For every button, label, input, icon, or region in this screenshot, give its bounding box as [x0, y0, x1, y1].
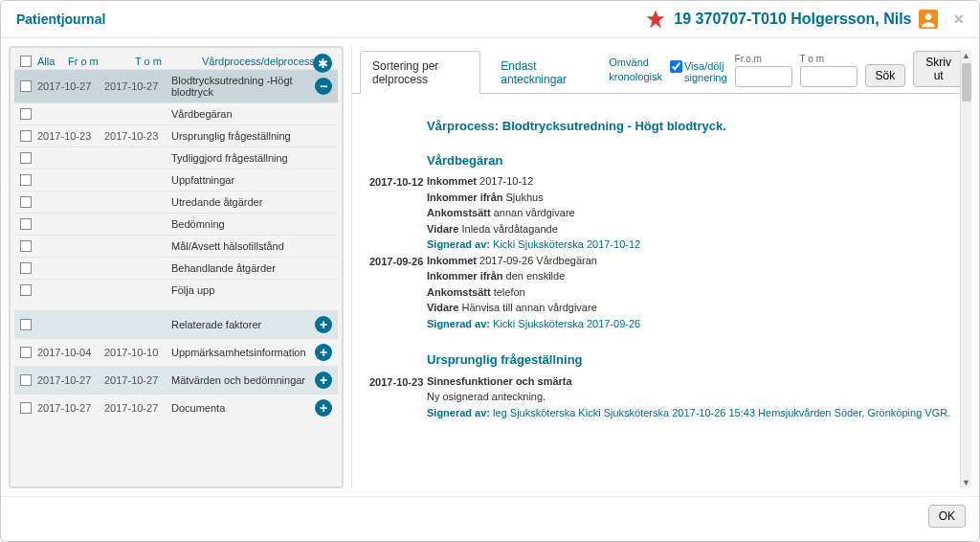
- list-item[interactable]: Behandlande åtgärder: [14, 257, 338, 279]
- row-checkbox[interactable]: [20, 319, 32, 330]
- signed-by-value: Kicki Sjuksköterska 2017-09-26: [493, 318, 640, 329]
- row-checkbox[interactable]: [20, 218, 32, 230]
- journal-entry: 2017-09-26 Inkommet 2017-09-26 Vårdbegär…: [369, 253, 954, 332]
- list-item[interactable]: Utredande åtgärder: [14, 191, 338, 213]
- field-label: Ankomstsätt: [427, 286, 491, 298]
- section-title: Ursprunglig frågeställning: [427, 350, 954, 370]
- list-item[interactable]: 2017-10-27 2017-10-27 Mätvärden och bedö…: [14, 366, 338, 394]
- svg-marker-0: [647, 11, 664, 28]
- row-from: 2017-10-04: [37, 347, 104, 358]
- patient-id: 19 370707-T010 Holgersson, Nils: [674, 11, 911, 28]
- row-to: 2017-10-27: [104, 374, 171, 386]
- row-to: 2017-10-27: [104, 402, 171, 414]
- collapse-icon[interactable]: −: [315, 78, 332, 95]
- row-proc: Behandlande åtgärder: [171, 262, 332, 274]
- col-alla[interactable]: Alla: [37, 56, 68, 67]
- toggle-show-signing[interactable]: Visa/dölj signering: [670, 60, 727, 93]
- row-from: 2017-10-23: [37, 130, 104, 142]
- expand-icon[interactable]: +: [315, 399, 332, 417]
- show-signing-checkbox[interactable]: [670, 60, 682, 73]
- row-proc: Blodtrycksutredning -Högt blodtryck: [171, 75, 315, 98]
- row-proc: Vårdbegäran: [171, 108, 332, 120]
- detail-toolbar: Sortering per delprocess Endast anteckni…: [352, 46, 971, 94]
- field-value: Sjukhus: [506, 192, 544, 203]
- field-value: Ny osignerad anteckning.: [427, 391, 546, 402]
- row-from: 2017-10-27: [37, 374, 104, 386]
- list-item[interactable]: Relaterade faktorer +: [14, 310, 338, 338]
- list-item[interactable]: 2017-10-27 2017-10-27 Blodtrycksutrednin…: [14, 69, 338, 102]
- row-proc: Relaterade faktorer: [171, 319, 315, 330]
- close-icon[interactable]: ×: [953, 10, 964, 30]
- tab-notes-only[interactable]: Endast anteckningar: [488, 51, 593, 94]
- field-label: Sinnesfunktioner och smärta: [427, 375, 572, 387]
- row-proc: Ursprunglig frågeställning: [171, 130, 332, 142]
- signed-by-value: Kicki Sjuksköterska 2017-10-12: [493, 238, 640, 250]
- row-to: 2017-10-23: [104, 130, 171, 142]
- list-item[interactable]: Vårdbegäran: [14, 102, 338, 124]
- entry-date: 2017-10-23: [369, 373, 427, 421]
- signed-by-label: Signerad av:: [427, 238, 490, 250]
- scroll-thumb[interactable]: [962, 63, 971, 102]
- from-date-input[interactable]: [735, 66, 792, 87]
- process-list-header: Alla Fr o m T o m Vårdprocess/delprocess: [14, 52, 338, 69]
- select-all-checkbox[interactable]: [20, 56, 32, 67]
- list-item[interactable]: 2017-10-27 2017-10-27 Documenta +: [14, 394, 338, 421]
- field-value: 2017-10-12: [479, 175, 533, 187]
- expand-icon[interactable]: +: [315, 372, 332, 389]
- row-checkbox[interactable]: [20, 174, 32, 186]
- row-proc: Uppfattningar: [171, 174, 332, 186]
- list-item[interactable]: Mål/Avsett hälsotillstånd: [14, 235, 338, 257]
- row-checkbox[interactable]: [20, 262, 32, 274]
- row-to: 2017-10-27: [104, 80, 171, 92]
- col-from[interactable]: Fr o m: [68, 56, 135, 67]
- row-checkbox[interactable]: [20, 130, 32, 142]
- from-date-field-wrap: Fr.o.m: [735, 54, 792, 93]
- journal-detail-panel: Sortering per delprocess Endast anteckni…: [351, 46, 971, 488]
- ok-button[interactable]: OK: [928, 505, 966, 528]
- section-title: Vårdbegäran: [427, 151, 954, 170]
- row-checkbox[interactable]: [20, 108, 32, 120]
- entry-body: Sinnesfunktioner och smärta Ny osignerad…: [427, 373, 954, 421]
- row-checkbox[interactable]: [20, 374, 32, 386]
- row-checkbox[interactable]: [20, 240, 32, 252]
- to-date-input[interactable]: [800, 66, 858, 87]
- link-reverse-chronological[interactable]: Omvänd kronologisk: [609, 56, 662, 93]
- field-label: Inkommet: [427, 175, 477, 187]
- list-item[interactable]: Uppfattningar: [14, 169, 338, 191]
- field-label: Vidare: [427, 302, 458, 313]
- scroll-up-icon[interactable]: ▲: [962, 50, 970, 61]
- gear-icon[interactable]: ✱: [313, 54, 332, 73]
- row-checkbox[interactable]: [20, 284, 32, 296]
- tab-sort-per-subprocess[interactable]: Sortering per delprocess: [360, 51, 480, 94]
- search-button[interactable]: Sök: [865, 64, 906, 87]
- entry-body: Inkommet 2017-09-26 Vårdbegäran Inkommer…: [427, 253, 954, 332]
- field-label: Ankomstsätt: [427, 207, 491, 218]
- footer: OK: [1, 496, 979, 541]
- list-item[interactable]: Tydliggjord frågeställning: [14, 147, 338, 169]
- row-checkbox[interactable]: [20, 152, 32, 164]
- col-to[interactable]: T o m: [135, 56, 202, 67]
- patient-avatar-icon: [919, 10, 938, 29]
- expand-icon[interactable]: +: [315, 344, 332, 361]
- list-item[interactable]: 2017-10-23 2017-10-23 Ursprunglig fråges…: [14, 124, 338, 147]
- row-checkbox[interactable]: [20, 196, 32, 208]
- list-item[interactable]: Bedömning: [14, 213, 338, 235]
- row-checkbox[interactable]: [20, 402, 32, 414]
- field-label: Inkommer ifrån: [427, 192, 502, 203]
- list-item[interactable]: Följa upp: [14, 279, 338, 301]
- row-proc: Mätvärden och bedömningar: [171, 374, 315, 386]
- list-item[interactable]: 2017-10-04 2017-10-10 Uppmärksamhetsinfo…: [14, 338, 338, 366]
- from-date-label: Fr.o.m: [735, 54, 792, 64]
- show-signing-label: Visa/dölj signering: [684, 60, 727, 83]
- row-checkbox[interactable]: [20, 80, 32, 92]
- row-proc: Följa upp: [171, 284, 332, 296]
- process-list-panel: ✱ Alla Fr o m T o m Vårdprocess/delproce…: [9, 46, 344, 488]
- patient-warning-icon: [645, 9, 666, 30]
- signed-by-label: Signerad av:: [427, 318, 490, 329]
- svg-point-2: [925, 13, 932, 20]
- print-button[interactable]: Skriv ut: [913, 51, 964, 87]
- row-checkbox[interactable]: [20, 347, 32, 358]
- scroll-down-icon[interactable]: ▼: [962, 477, 970, 488]
- expand-icon[interactable]: +: [315, 316, 332, 333]
- scrollbar[interactable]: ▲ ▼: [960, 50, 971, 488]
